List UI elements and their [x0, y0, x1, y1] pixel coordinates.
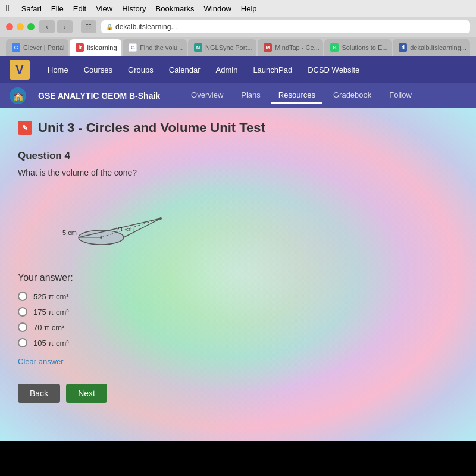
menu-safari[interactable]: Safari	[21, 4, 42, 13]
lms-nav: V Home Courses Groups Calendar Admin Lau…	[0, 56, 476, 83]
back-button[interactable]: Back	[18, 384, 60, 403]
course-header: 🏫 GSE ANALYTIC GEOM B-Shaik Overview Pla…	[0, 83, 476, 108]
maximize-button[interactable]	[27, 23, 35, 30]
tab-solutions-label: Solutions to E...	[342, 44, 387, 51]
option-label-4: 105 π cm³	[33, 339, 69, 347]
tab-nglsync[interactable]: N NGLSync Port...	[188, 39, 256, 56]
radio-1[interactable]	[18, 292, 27, 301]
answer-option-1[interactable]: 525 π cm³	[18, 292, 458, 301]
option-label-3: 70 π cm³	[33, 323, 64, 332]
option-label-1: 525 π cm³	[33, 292, 69, 301]
tab-itslearning-label: itslearning	[87, 44, 117, 51]
nav-buttons: ‹ ›	[39, 20, 73, 33]
tab-clever[interactable]: C Clever | Portal	[6, 39, 68, 56]
browser-tabs: C Clever | Portal it itslearning G Find …	[0, 37, 476, 56]
traffic-lights	[6, 23, 35, 30]
mac-menubar:  Safari File Edit View History Bookmark…	[0, 0, 476, 17]
forward-nav-button[interactable]: ›	[57, 20, 73, 33]
course-icon: 🏫	[10, 87, 26, 104]
main-content: ✎ Unit 3 - Circles and Volume Unit Test …	[0, 108, 476, 441]
cone-svg: 5 cm 21 cm	[30, 187, 184, 258]
question-label: Question 4	[18, 150, 458, 162]
tab-gradebook[interactable]: Gradebook	[326, 88, 378, 104]
tab-resources[interactable]: Resources	[271, 88, 322, 104]
tab-mindtap[interactable]: M MindTap - Ce...	[258, 39, 323, 56]
tab-follow[interactable]: Follow	[382, 88, 419, 104]
radio-4[interactable]	[18, 338, 27, 347]
tab-plans[interactable]: Plans	[234, 88, 268, 104]
radio-3[interactable]	[18, 322, 27, 332]
nav-home[interactable]: Home	[42, 62, 74, 78]
lms-logo: V	[10, 60, 30, 80]
tab-clever-label: Clever | Portal	[23, 44, 65, 51]
svg-point-6	[100, 236, 102, 239]
nav-calendar[interactable]: Calendar	[163, 62, 206, 78]
clever-favicon: C	[12, 43, 20, 52]
nav-admin[interactable]: Admin	[210, 62, 244, 78]
address-text: dekalb.itslearning...	[115, 23, 177, 31]
browser-chrome: ‹ › ☷ 🔒 dekalb.itslearning... C Clever |…	[0, 17, 476, 56]
answer-option-3[interactable]: 70 π cm³	[18, 322, 458, 332]
test-icon: ✎	[18, 121, 32, 135]
ngl-favicon: N	[194, 43, 202, 52]
tab-overview[interactable]: Overview	[184, 88, 230, 104]
minimize-button[interactable]	[17, 23, 24, 30]
back-nav-button[interactable]: ‹	[39, 20, 55, 33]
tab-mindtap-label: MindTap - Ce...	[275, 44, 320, 51]
question-text: What is the volume of the cone?	[18, 168, 458, 177]
tab-dekalb-label: dekalb.itslearning...	[410, 44, 466, 51]
apple-icon: 	[6, 3, 10, 14]
course-title: GSE ANALYTIC GEOM B-Shaik	[38, 91, 160, 101]
close-button[interactable]	[6, 23, 13, 30]
answer-options: 525 π cm³ 175 π cm³ 70 π cm³ 105 π cm³	[18, 292, 458, 347]
nav-dcsd[interactable]: DCSD Website	[302, 62, 365, 78]
tab-findvolu-label: Find the volu...	[140, 44, 183, 51]
clear-answer-link[interactable]: Clear answer	[18, 357, 64, 366]
tab-findvolu[interactable]: G Find the volu...	[123, 39, 187, 56]
nav-groups[interactable]: Groups	[122, 62, 159, 78]
content-inner: ✎ Unit 3 - Circles and Volume Unit Test …	[18, 120, 458, 403]
lock-icon: 🔒	[106, 24, 113, 30]
tab-itslearning[interactable]: it itslearning	[70, 39, 121, 56]
nav-courses[interactable]: Courses	[78, 62, 118, 78]
menu-bookmarks[interactable]: Bookmarks	[156, 4, 195, 13]
course-tabs: Overview Plans Resources Gradebook Follo…	[184, 88, 419, 104]
answer-option-4[interactable]: 105 π cm³	[18, 338, 458, 347]
nav-launchpad[interactable]: LaunchPad	[247, 62, 298, 78]
menu-window[interactable]: Window	[204, 4, 231, 13]
option-label-2: 175 π cm³	[33, 308, 69, 317]
menu-edit[interactable]: Edit	[73, 4, 86, 13]
dekalb-favicon: d	[399, 43, 407, 52]
tab-solutions[interactable]: S Solutions to E...	[324, 39, 392, 56]
tab-nglsync-label: NGLSync Port...	[205, 44, 252, 51]
its-favicon: it	[76, 43, 84, 52]
address-bar[interactable]: 🔒 dekalb.itslearning...	[101, 20, 470, 33]
svg-text:5 cm: 5 cm	[62, 229, 77, 236]
google-favicon: G	[129, 43, 137, 52]
page-title: ✎ Unit 3 - Circles and Volume Unit Test	[18, 120, 458, 136]
action-buttons: Back Next	[18, 384, 458, 403]
mind-favicon: M	[264, 43, 272, 52]
lms-nav-items: Home Courses Groups Calendar Admin Launc…	[42, 62, 365, 78]
cone-diagram: 5 cm 21 cm	[30, 187, 184, 258]
radio-2[interactable]	[18, 307, 27, 317]
next-button[interactable]: Next	[66, 384, 107, 403]
browser-toolbar: ‹ › ☷ 🔒 dekalb.itslearning...	[0, 17, 476, 37]
tab-overview-button[interactable]: ☷	[81, 20, 96, 33]
svg-text:21 cm: 21 cm	[116, 226, 134, 233]
menu-view[interactable]: View	[96, 4, 112, 13]
solutions-favicon: S	[330, 43, 339, 52]
answer-section-label: Your answer:	[18, 273, 458, 283]
menu-file[interactable]: File	[51, 4, 64, 13]
page-title-text: Unit 3 - Circles and Volume Unit Test	[38, 120, 265, 136]
menu-help[interactable]: Help	[241, 4, 257, 13]
tab-dekalb[interactable]: d dekalb.itslearning...	[393, 39, 470, 56]
menu-history[interactable]: History	[122, 4, 146, 13]
answer-option-2[interactable]: 175 π cm³	[18, 307, 458, 317]
